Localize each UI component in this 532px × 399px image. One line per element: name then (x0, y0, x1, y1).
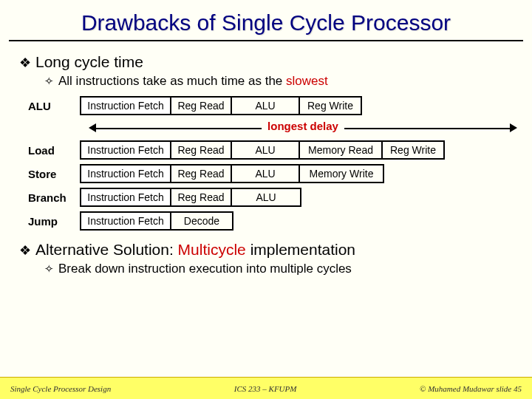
stages: Instruction FetchReg ReadALU (80, 188, 301, 207)
stages: Instruction FetchDecode (80, 211, 233, 231)
stages: Instruction FetchReg ReadALUMemory ReadR… (80, 140, 445, 160)
pipeline-rows: ALU Instruction FetchReg ReadALUReg Writ… (28, 96, 513, 231)
row-label: Jump (28, 215, 80, 228)
bullet-breakdown: ✧Break down instruction execution into m… (44, 262, 513, 276)
stage-cell: Reg Write (300, 98, 361, 114)
bullet-text: implementation (246, 241, 355, 258)
bullet-alternative: ❖Alternative Solution: Multicycle implem… (19, 241, 513, 259)
stage-cell: Instruction Fetch (81, 213, 171, 229)
row-label: Branch (28, 191, 80, 204)
stage-cell: Reg Read (171, 98, 232, 114)
bullet-slowest: ✧All instructions take as much time as t… (44, 74, 513, 89)
stage-cell: ALU (232, 166, 300, 182)
bullet-text: Long cycle time (35, 53, 143, 70)
stage-cell: Reg Read (171, 166, 232, 182)
bullet-long-cycle: ❖Long cycle time (19, 53, 513, 71)
bullet-text: All instructions take as much time as th… (58, 74, 286, 88)
footer-right: © Muhamed Mudawar slide 45 (420, 384, 522, 393)
row-jump: Jump Instruction FetchDecode (28, 211, 513, 231)
bullet-text: Alternative Solution: (35, 241, 178, 258)
stage-cell: ALU (232, 98, 300, 114)
diamond-icon: ❖ (19, 243, 31, 258)
row-label: Store (28, 168, 80, 180)
bullet-emph: slowest (286, 74, 328, 88)
stages: Instruction FetchReg ReadALUMemory Write (80, 164, 384, 183)
stage-cell: Instruction Fetch (81, 166, 171, 182)
diamond-open-icon: ✧ (44, 262, 54, 275)
stages: Instruction FetchReg ReadALUReg Write (80, 96, 362, 115)
row-store: Store Instruction FetchReg ReadALUMemory… (28, 164, 513, 183)
stage-cell: Memory Write (300, 166, 383, 182)
stage-cell: Decode (171, 213, 232, 229)
stage-cell: Instruction Fetch (81, 98, 171, 114)
stage-cell: Reg Write (383, 142, 443, 158)
stage-cell: ALU (232, 189, 300, 205)
footer: Single Cycle Processor Design ICS 233 – … (0, 377, 532, 399)
footer-center: ICS 233 – KFUPM (234, 384, 297, 393)
row-branch: Branch Instruction FetchReg ReadALU (28, 188, 513, 207)
arrow-right-icon (510, 123, 517, 132)
diamond-open-icon: ✧ (44, 75, 54, 87)
row-label: ALU (28, 100, 80, 112)
bullet-emph: Multicycle (178, 241, 246, 258)
delay-label: longest delay (262, 120, 344, 132)
row-alu: ALU Instruction FetchReg ReadALUReg Writ… (28, 96, 513, 115)
stage-cell: Instruction Fetch (81, 142, 171, 158)
diamond-icon: ❖ (19, 55, 31, 70)
bullet-text: Break down instruction execution into mu… (58, 262, 352, 276)
longest-delay-indicator: longest delay (89, 120, 517, 136)
footer-left: Single Cycle Processor Design (10, 384, 111, 393)
row-label: Load (28, 144, 80, 157)
stage-cell: Instruction Fetch (81, 189, 171, 205)
stage-cell: Reg Read (171, 189, 232, 205)
row-load: Load Instruction FetchReg ReadALUMemory … (28, 140, 513, 160)
stage-cell: Reg Read (171, 142, 232, 158)
stage-cell: Memory Read (300, 142, 383, 158)
page-title: Drawbacks of Single Cycle Processor (9, 0, 523, 41)
stage-cell: ALU (232, 142, 300, 158)
content: ❖Long cycle time ✧All instructions take … (0, 41, 532, 276)
